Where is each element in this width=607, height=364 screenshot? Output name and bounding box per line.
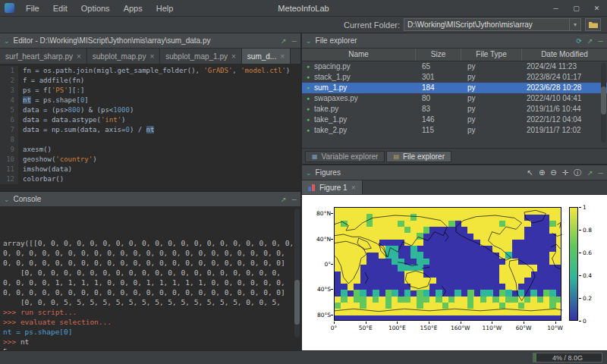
console-line: [0, 0, 0, 5, 5, 5, 5, 5, 5, 5, 5, 5, 5, …	[3, 297, 300, 307]
close-icon[interactable]: ×	[77, 52, 81, 61]
console-output[interactable]: array([[0, 0, 0, 0, 0, 0, 0, 0, 0, 0, 0,…	[0, 207, 300, 350]
title-bar: FileEditOptionsAppsHelp MeteoInfoLab ─▢✕	[0, 0, 607, 17]
pan-icon[interactable]: ✛	[562, 168, 568, 177]
chevron-down-icon[interactable]: ⌄	[306, 169, 312, 177]
console-line: [0, 0, 0, 0, 0, 0, 0, 0, 0, 0, 0, 0, 0, …	[3, 268, 300, 278]
column-header[interactable]: Size	[416, 49, 461, 61]
console-scrollbar[interactable]	[294, 209, 300, 337]
y-tick	[331, 289, 333, 290]
code-editor[interactable]: 1fn = os.path.join(migl.get_sample_folde…	[0, 64, 300, 190]
chevron-down-icon[interactable]: ▾	[569, 19, 580, 30]
memory-usage-text: 4% / 8.0G	[552, 354, 583, 362]
line-number: 11	[0, 165, 18, 174]
py-file-icon: ●	[302, 61, 314, 72]
line-number: 10	[0, 155, 18, 165]
column-header[interactable]: File Type	[461, 49, 522, 61]
x-tick-label: 60°W	[511, 325, 536, 331]
tab-variable-explorer[interactable]: ▦Variable explorer	[305, 151, 385, 162]
chevron-down-icon[interactable]: ⌄	[4, 37, 10, 45]
console-line: 0, 0, 0, 0, 0, 0, 0, 0, 0, 0, 0, 0, 0, 0…	[3, 248, 300, 258]
file-explorer-title: File explorer	[316, 36, 577, 45]
float-panel-icon[interactable]: ↗	[587, 169, 593, 177]
code-line: 1fn = os.path.join(migl.get_sample_folde…	[0, 66, 300, 76]
zoom-in-icon[interactable]: ⊕	[539, 168, 545, 177]
menu-item-edit[interactable]: Edit	[46, 0, 74, 17]
table-row[interactable]: ●spacing.py65py2024/2/4 11:23	[302, 61, 607, 72]
editor-tab-label: sum_d...	[247, 52, 276, 61]
editor-tab[interactable]: subplot_map_1.py×	[160, 49, 242, 64]
chevron-down-icon[interactable]: ⌄	[4, 196, 10, 203]
figures-panel-title: Figures	[316, 168, 527, 177]
file-explorer-panel: ⌄ File explorer ⟳ ↗ ─ NameSizeFile TypeD…	[302, 33, 607, 165]
console-line: >>> nt	[3, 337, 300, 347]
y-tick-label: 40°N	[304, 236, 331, 243]
close-icon[interactable]: ×	[280, 52, 285, 61]
float-panel-icon[interactable]: ↗	[281, 196, 287, 203]
x-tick	[366, 322, 366, 324]
code-line: 12colorbar()	[0, 174, 300, 184]
y-tick	[331, 315, 333, 315]
x-tick	[524, 322, 524, 324]
line-number: 8	[0, 135, 18, 145]
window-minimize-button[interactable]: ─	[546, 0, 566, 17]
colorbar-tick-label: 0	[583, 318, 587, 325]
identify-icon[interactable]: ⓘ	[574, 168, 581, 178]
console-panel: ⌄ Console ↗ ─ array([[0, 0, 0, 0, 0, 0, …	[0, 192, 300, 350]
minimize-panel-icon[interactable]: ─	[599, 37, 603, 45]
colorbar-tick-label: 0.8	[583, 227, 592, 234]
app-logo-icon	[5, 3, 14, 13]
figure-tab[interactable]: Figure 1 ×	[302, 180, 363, 194]
select-icon[interactable]: ↖	[527, 168, 533, 177]
menu-item-options[interactable]: Options	[74, 0, 117, 17]
file-table-scrollbar[interactable]	[601, 63, 606, 143]
float-panel-icon[interactable]: ↗	[281, 37, 287, 45]
editor-tab[interactable]: subplot_map.py×	[87, 49, 160, 64]
figures-panel: ⌄ Figures ↖⊕⊖✛ⓘ ↗ ─ Figure 1 ×	[302, 165, 607, 350]
column-header[interactable]: Date Modified	[522, 49, 607, 61]
close-icon[interactable]: ×	[351, 184, 356, 192]
window-close-button[interactable]: ✕	[587, 0, 607, 17]
y-tick-label: 80°N	[304, 210, 331, 217]
line-number: 12	[0, 174, 18, 184]
editor-panel-title: Editor - D:\Working\MIScript\Jython\mis\…	[14, 36, 281, 45]
py-file-icon: ●	[302, 125, 314, 136]
menu-item-help[interactable]: Help	[149, 0, 181, 17]
window-maximize-button[interactable]: ▢	[566, 0, 587, 17]
explorer-bottom-tabs: ▦Variable explorer▤File explorer	[302, 148, 607, 164]
current-folder-combobox[interactable]: D:\Working\MIScript\Jython\mis\array ▾	[404, 18, 581, 31]
minimize-panel-icon[interactable]: ─	[292, 37, 297, 45]
figure-canvas[interactable]: 0°50°E100°E150°E160°W110°W60°W10°W80°N40…	[302, 195, 607, 350]
x-tick	[429, 322, 429, 324]
table-row[interactable]: ●take.py83py2019/11/6 10:44	[302, 104, 607, 115]
code-line: 11imshow(data)	[0, 165, 300, 174]
minimize-panel-icon[interactable]: ─	[292, 196, 297, 203]
console-line: array([[0, 0, 0, 0, 0, 0, 0, 0, 0, 0, 0,…	[3, 238, 300, 248]
editor-tab[interactable]: sum_d...×	[242, 49, 291, 64]
y-tick	[331, 213, 333, 214]
tab-file-explorer[interactable]: ▤File explorer	[386, 151, 451, 162]
editor-tab[interactable]: surf_heart_sharp.py×	[0, 49, 87, 64]
refresh-icon[interactable]: ⟳	[577, 37, 583, 45]
coastlines	[335, 208, 562, 322]
zoom-out-icon[interactable]: ⊖	[550, 168, 556, 177]
float-panel-icon[interactable]: ↗	[587, 37, 593, 45]
minimize-panel-icon[interactable]: ─	[599, 169, 603, 177]
table-row[interactable]: ●take_2.py115py2019/11/7 12:02	[302, 125, 607, 136]
close-icon[interactable]: ×	[149, 52, 154, 61]
colorbar-tick	[579, 298, 581, 299]
chevron-down-icon[interactable]: ⌄	[306, 37, 312, 45]
column-header[interactable]: Name	[302, 49, 416, 61]
browse-folder-button[interactable]	[585, 18, 601, 31]
line-number: 6	[0, 115, 18, 125]
console-line: >>> evaluate selection...	[3, 317, 300, 327]
table-row[interactable]: ●stack_1.py301py2023/8/24 01:17	[302, 72, 607, 83]
menu-item-apps[interactable]: Apps	[117, 0, 149, 17]
table-row[interactable]: ●sum_1.py184py2023/6/28 10:28	[302, 83, 607, 93]
table-row[interactable]: ●take_1.py146py2022/1/12 04:04	[302, 115, 607, 125]
close-icon[interactable]: ×	[231, 52, 236, 61]
table-row[interactable]: ●swapaxes.py80py2022/4/10 04:41	[302, 93, 607, 104]
x-tick	[492, 322, 492, 324]
current-folder-label: Current Folder:	[344, 20, 400, 30]
menu-item-file[interactable]: File	[19, 0, 46, 17]
colorbar-tick	[579, 321, 581, 322]
